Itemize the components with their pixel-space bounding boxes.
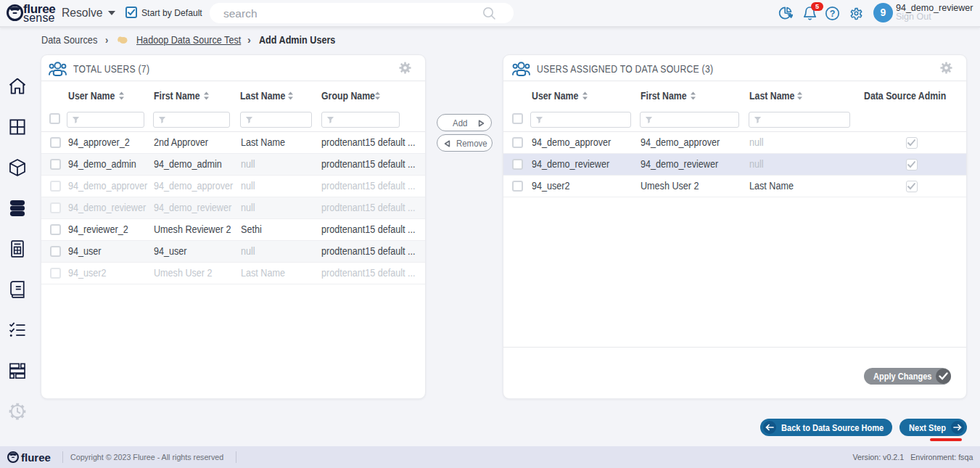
- svg-text:?: ?: [830, 9, 836, 19]
